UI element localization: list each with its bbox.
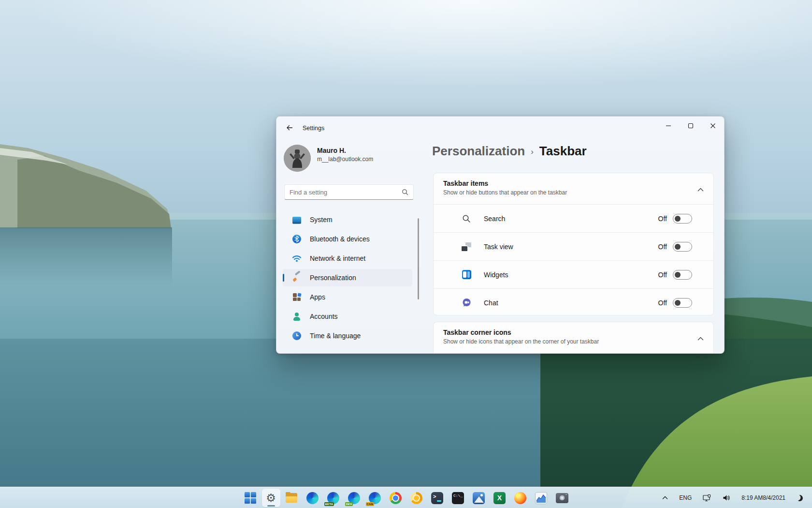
breadcrumb-separator-icon: ›: [531, 147, 534, 157]
search-toggle[interactable]: [673, 214, 692, 224]
sidebar-item-system[interactable]: System: [283, 211, 412, 228]
camera-icon: [556, 493, 568, 503]
search-taskbar-icon: [462, 214, 471, 224]
language-indicator[interactable]: ENG: [677, 493, 694, 503]
window-title: Settings: [303, 125, 324, 132]
wifi-icon: [292, 254, 302, 263]
taskbar-icon-edge-canary[interactable]: CAN: [366, 489, 384, 507]
row-label: Task view: [484, 243, 658, 251]
taskbar-corner-icons-header: Taskbar corner icons Show or hide icons …: [434, 322, 713, 353]
sidebar-item-accounts[interactable]: Accounts: [283, 308, 412, 325]
back-button[interactable]: [283, 122, 296, 133]
tray-time: 8:19 AM: [741, 494, 763, 502]
desktop: Settings: [0, 0, 812, 508]
windows-start-icon: [245, 492, 256, 504]
chrome-icon: [390, 492, 402, 504]
sidebar-item-network-internet[interactable]: Network & internet: [283, 250, 412, 267]
breadcrumb-parent[interactable]: Personalization: [432, 144, 525, 159]
system-tray: ENG 8:19 AM 8/4/2021: [660, 487, 805, 508]
task-view-icon: [462, 242, 471, 252]
widgets-icon: [462, 270, 471, 280]
sidebar-item-time-language[interactable]: Time & language: [283, 327, 412, 344]
settings-window: Settings: [276, 116, 725, 354]
card-title: Taskbar items: [443, 179, 690, 187]
taskbar-items-card: Taskbar items Show or hide buttons that …: [433, 173, 714, 315]
taskbar: ⚙ BETA DEV CAN: [0, 487, 812, 508]
sidebar-scrollbar[interactable]: [418, 218, 419, 299]
clock[interactable]: 8:19 AM 8/4/2021: [739, 493, 788, 504]
settings-gear-icon: ⚙: [266, 493, 276, 504]
close-icon: [710, 123, 716, 129]
sidebar-nav: System Bluetooth & devices Network & int…: [283, 211, 412, 346]
maximize-button[interactable]: [680, 117, 702, 135]
network-icon[interactable]: [700, 493, 714, 504]
time-language-clock-icon: [292, 331, 302, 341]
taskbar-icon-camera[interactable]: [553, 489, 571, 507]
minimize-button[interactable]: [657, 117, 680, 135]
chrome-canary-icon: [410, 492, 422, 504]
personalization-brush-icon: [292, 273, 302, 283]
sidebar-item-personalization[interactable]: Personalization: [283, 269, 412, 286]
volume-icon[interactable]: [720, 493, 733, 503]
edge-canary-badge: CAN: [366, 502, 375, 506]
taskbar-icon-edge-dev[interactable]: DEV: [345, 489, 363, 507]
card-title: Taskbar corner icons: [443, 329, 690, 336]
row-label: Chat: [484, 299, 658, 307]
taskbar-icon-edge[interactable]: [304, 489, 322, 507]
task-view-toggle[interactable]: [673, 242, 692, 252]
maximize-icon: [688, 123, 694, 129]
taskbar-icon-chrome-canary[interactable]: [407, 489, 426, 507]
toggle-state-label: Off: [658, 299, 667, 307]
sidebar-item-apps[interactable]: Apps: [283, 288, 412, 306]
avatar: [284, 145, 311, 172]
user-email: m__lab@outlook.com: [317, 156, 373, 163]
setting-row-task-view: Task view Off: [434, 232, 713, 260]
sidebar-item-bluetooth-devices[interactable]: Bluetooth & devices: [283, 230, 412, 248]
taskbar-corner-icons-card: Taskbar corner icons Show or hide icons …: [433, 322, 714, 354]
taskbar-icon-file-explorer[interactable]: [283, 489, 301, 507]
edge-beta-badge: BETA: [324, 502, 334, 506]
row-label: Search: [484, 215, 658, 223]
setting-row-search: Search Off: [434, 204, 713, 232]
titlebar: Settings: [276, 117, 724, 138]
edge-dev-badge: DEV: [345, 502, 353, 506]
apps-icon: [292, 292, 302, 302]
close-button[interactable]: [702, 117, 724, 135]
bluetooth-icon: [292, 234, 302, 244]
taskbar-icon-excel[interactable]: X: [491, 489, 509, 507]
avatar-photo: [284, 145, 311, 172]
search-box: [284, 184, 414, 200]
focus-assist-moon-icon[interactable]: [794, 493, 805, 503]
excel-icon: X: [493, 492, 506, 504]
taskbar-icon-chrome[interactable]: [387, 489, 405, 507]
firefox-icon: [514, 492, 526, 504]
taskbar-icon-settings[interactable]: ⚙: [262, 489, 280, 507]
photos-icon: [473, 492, 485, 504]
breadcrumb: Personalization › Taskbar: [432, 144, 587, 159]
taskbar-icon-firefox[interactable]: [511, 489, 530, 507]
terminal-icon: >: [431, 492, 443, 504]
collapse-chevron-up-icon[interactable]: [697, 334, 704, 343]
taskbar-items-header: Taskbar items Show or hide buttons that …: [434, 173, 713, 204]
chat-toggle[interactable]: [673, 298, 692, 308]
toggle-state-label: Off: [658, 271, 667, 279]
tray-chevron-up-icon[interactable]: [660, 494, 670, 502]
card-subtitle: Show or hide buttons that appear on the …: [443, 189, 690, 196]
taskbar-icon-photos[interactable]: [470, 489, 488, 507]
edge-icon: [306, 492, 319, 504]
start-button[interactable]: [241, 489, 260, 507]
toggle-state-label: Off: [658, 215, 667, 223]
toggle-state-label: Off: [658, 243, 667, 251]
widgets-toggle[interactable]: [673, 270, 692, 280]
command-prompt-icon: C:\_: [452, 492, 464, 504]
taskbar-icon-windows-terminal[interactable]: >: [428, 489, 447, 507]
taskbar-icon-performance-monitor[interactable]: [532, 489, 551, 507]
collapse-chevron-up-icon[interactable]: [697, 185, 704, 194]
taskbar-icon-command-prompt[interactable]: C:\_: [449, 489, 467, 507]
tray-date: 8/4/2021: [763, 494, 785, 502]
chat-icon: [462, 298, 471, 308]
card-subtitle: Show or hide icons that appear on the co…: [443, 338, 690, 345]
search-input[interactable]: [290, 189, 402, 196]
taskbar-icon-edge-beta[interactable]: BETA: [324, 489, 343, 507]
file-explorer-folder-icon: [286, 493, 298, 503]
